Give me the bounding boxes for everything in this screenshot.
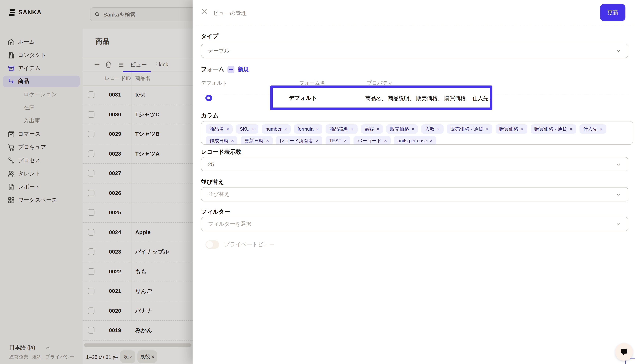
tag-remove-icon[interactable]: × bbox=[521, 126, 524, 132]
tag-remove-icon[interactable]: × bbox=[570, 126, 572, 132]
sidebar-item-commerce[interactable]: コマース bbox=[0, 127, 83, 140]
horizontal-scrollbar[interactable] bbox=[84, 344, 191, 347]
tag-remove-icon[interactable]: × bbox=[376, 126, 379, 132]
table-row[interactable]: 0031 test bbox=[83, 85, 192, 105]
sidebar-item-items[interactable]: アイテム bbox=[0, 62, 83, 75]
row-checkbox[interactable] bbox=[88, 327, 94, 334]
row-checkbox[interactable] bbox=[88, 170, 94, 176]
column-tag[interactable]: number × bbox=[262, 124, 291, 134]
row-checkbox[interactable] bbox=[88, 190, 94, 196]
private-view-toggle[interactable] bbox=[205, 240, 219, 249]
columns-tag-box[interactable]: 商品名 × SKU × number × formula × bbox=[201, 121, 633, 144]
tab-kick[interactable]: kick bbox=[159, 61, 168, 68]
row-checkbox[interactable] bbox=[88, 150, 94, 157]
row-checkbox[interactable] bbox=[88, 307, 94, 314]
table-row[interactable]: 0019 みかん bbox=[83, 321, 192, 340]
column-tag[interactable]: 仕入先 × bbox=[579, 124, 606, 134]
pagination-last-button[interactable]: 最後 » bbox=[137, 350, 157, 363]
sidebar-item-locations[interactable]: ロケーション bbox=[0, 88, 83, 101]
search-input[interactable] bbox=[103, 11, 192, 18]
sidebar-item-workspace[interactable]: ワークスペース bbox=[0, 194, 83, 206]
list-menu-icon[interactable] bbox=[118, 62, 124, 68]
column-tag[interactable]: TEST × bbox=[326, 136, 350, 144]
tag-remove-icon[interactable]: × bbox=[316, 138, 319, 143]
column-tag[interactable]: SKU × bbox=[236, 124, 259, 134]
tab-view[interactable]: ビュー bbox=[130, 61, 147, 68]
tag-remove-icon[interactable]: × bbox=[437, 126, 440, 132]
table-row[interactable]: 0020 バナナ bbox=[83, 301, 192, 321]
tag-remove-icon[interactable]: × bbox=[411, 126, 414, 132]
column-tag[interactable]: バーコード × bbox=[354, 136, 390, 144]
tag-remove-icon[interactable]: × bbox=[226, 126, 229, 132]
row-checkbox[interactable] bbox=[88, 209, 94, 216]
add-record-icon[interactable] bbox=[93, 61, 101, 68]
filter-select[interactable]: フィルターを選択 bbox=[201, 217, 628, 231]
sidebar-item-products[interactable]: 商品 bbox=[3, 76, 80, 87]
tag-remove-icon[interactable]: × bbox=[266, 138, 269, 143]
row-checkbox[interactable] bbox=[88, 288, 94, 294]
sidebar-item-procure[interactable]: プロキュア bbox=[0, 140, 83, 154]
row-checkbox[interactable] bbox=[88, 248, 94, 255]
row-checkbox[interactable] bbox=[88, 111, 94, 118]
tag-remove-icon[interactable]: × bbox=[600, 126, 603, 132]
sidebar-item-home[interactable]: ホーム bbox=[0, 35, 83, 48]
add-form-icon[interactable] bbox=[228, 66, 235, 73]
column-tag[interactable]: レコード所有者 × bbox=[276, 136, 322, 144]
tag-remove-icon[interactable]: × bbox=[430, 138, 433, 143]
tag-remove-icon[interactable]: × bbox=[351, 126, 354, 132]
column-tag[interactable]: 入数 × bbox=[421, 124, 444, 134]
default-form-radio[interactable] bbox=[205, 95, 212, 101]
trash-icon[interactable] bbox=[105, 61, 112, 68]
footer-link-company[interactable]: 運営企業 bbox=[9, 354, 28, 360]
table-row[interactable]: 0024 Apple bbox=[83, 222, 192, 242]
chat-button[interactable] bbox=[615, 343, 633, 361]
table-row[interactable]: 0027 bbox=[83, 164, 192, 183]
sidebar-item-contacts[interactable]: コンタクト bbox=[0, 48, 83, 62]
table-row[interactable]: 0026 bbox=[83, 183, 192, 203]
table-row[interactable]: 0025 bbox=[83, 203, 192, 222]
table-row[interactable]: 0021 りんご bbox=[83, 282, 192, 301]
page-size-select[interactable]: 25 bbox=[201, 157, 628, 171]
column-tag[interactable]: units per case × bbox=[394, 136, 436, 144]
sidebar-item-inventory[interactable]: 在庫 bbox=[0, 101, 83, 114]
sidebar-item-reports[interactable]: レポート bbox=[0, 180, 83, 194]
tag-remove-icon[interactable]: × bbox=[486, 126, 489, 132]
tag-remove-icon[interactable]: × bbox=[284, 126, 287, 132]
tag-remove-icon[interactable]: × bbox=[231, 138, 234, 143]
footer-link-privacy[interactable]: プライバシー bbox=[45, 354, 74, 360]
pagination-next-button[interactable]: 次 › bbox=[120, 350, 135, 363]
tag-remove-icon[interactable]: × bbox=[384, 138, 387, 143]
column-tag[interactable]: 購買価格 - 通貨 × bbox=[531, 124, 576, 134]
selected-form-row[interactable]: デフォルト 商品名、 商品説明、 販売価格、 購買価格、 仕入先... bbox=[270, 86, 492, 110]
table-row[interactable]: 0023 パイナップル bbox=[83, 242, 192, 262]
sidebar-item-talent[interactable]: タレント bbox=[0, 167, 83, 180]
column-tag[interactable]: 更新日時 × bbox=[241, 136, 273, 144]
column-tag[interactable]: formula × bbox=[294, 124, 322, 134]
type-select[interactable]: テーブル bbox=[201, 44, 628, 58]
global-search[interactable] bbox=[90, 7, 197, 21]
sidebar-item-process[interactable]: プロセス bbox=[0, 154, 83, 167]
tag-remove-icon[interactable]: × bbox=[316, 126, 319, 132]
sidebar-item-inout[interactable]: 入出庫 bbox=[0, 114, 83, 127]
sort-select[interactable]: 並び替え bbox=[201, 187, 628, 202]
table-row[interactable]: 0028 TシャツA bbox=[83, 144, 192, 164]
column-tag[interactable]: 商品名 × bbox=[206, 124, 233, 134]
column-tag[interactable]: 販売価格 - 通貨 × bbox=[447, 124, 492, 134]
column-tag[interactable]: 販売価格 × bbox=[386, 124, 418, 134]
row-checkbox[interactable] bbox=[88, 268, 94, 275]
tag-remove-icon[interactable]: × bbox=[344, 138, 347, 143]
row-checkbox[interactable] bbox=[88, 91, 94, 98]
column-tag[interactable]: 作成日時 × bbox=[206, 136, 238, 144]
footer-link-terms[interactable]: 規約 bbox=[32, 354, 42, 360]
table-row[interactable]: 0029 TシャツB bbox=[83, 124, 192, 144]
update-button[interactable]: 更新 bbox=[600, 4, 625, 21]
row-checkbox[interactable] bbox=[88, 131, 94, 137]
table-row[interactable]: 0030 TシャツC bbox=[83, 105, 192, 124]
row-checkbox[interactable] bbox=[88, 229, 94, 236]
tag-remove-icon[interactable]: × bbox=[252, 126, 255, 132]
column-tag[interactable]: 顧客 × bbox=[361, 124, 383, 134]
language-selector[interactable]: 日本語 (ja) bbox=[9, 344, 74, 351]
column-tag[interactable]: 商品説明 × bbox=[326, 124, 358, 134]
table-row[interactable]: 0022 もも bbox=[83, 262, 192, 282]
close-icon[interactable] bbox=[200, 7, 208, 16]
